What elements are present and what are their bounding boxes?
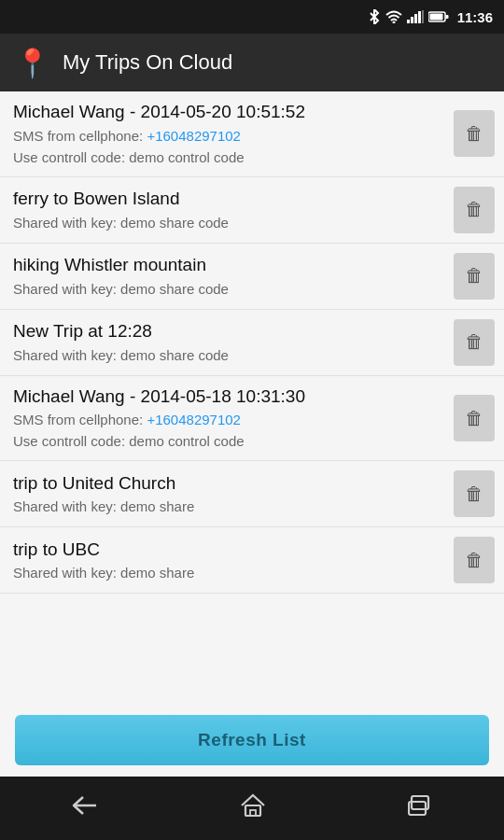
list-item-content: trip to United Church Shared with key: d… bbox=[13, 472, 454, 517]
trash-icon: 🗑 bbox=[465, 550, 483, 571]
item-title: Michael Wang - 2014-05-20 10:51:52 bbox=[13, 101, 444, 124]
item-title: trip to United Church bbox=[13, 472, 444, 496]
status-icons: 11:36 bbox=[368, 9, 493, 25]
list-item: hiking Whistler mountain Shared with key… bbox=[0, 244, 504, 310]
list-item-content: hiking Whistler mountain Shared with key… bbox=[13, 254, 454, 299]
delete-button[interactable]: 🗑 bbox=[454, 319, 495, 366]
delete-button[interactable]: 🗑 bbox=[454, 187, 495, 233]
home-icon bbox=[241, 793, 265, 818]
app-bar: 📍 My Trips On Cloud bbox=[0, 34, 504, 91]
delete-button[interactable]: 🗑 bbox=[454, 253, 495, 300]
trip-list: Michael Wang - 2014-05-20 10:51:52 SMS f… bbox=[0, 91, 504, 704]
item-title: trip to UBC bbox=[13, 539, 444, 562]
item-subtitle2: Use controll code: demo control code bbox=[13, 431, 444, 451]
svg-rect-3 bbox=[414, 14, 417, 23]
phone-number: +16048297102 bbox=[147, 412, 241, 427]
trash-icon: 🗑 bbox=[465, 408, 483, 429]
item-title: New Trip at 12:28 bbox=[13, 320, 444, 343]
item-subtitle: Shared with key: demo share code bbox=[13, 345, 444, 365]
list-item-content: New Trip at 12:28 Shared with key: demo … bbox=[13, 320, 454, 365]
svg-rect-1 bbox=[407, 20, 410, 23]
back-button[interactable] bbox=[53, 786, 117, 831]
svg-rect-4 bbox=[418, 11, 421, 23]
delete-button[interactable]: 🗑 bbox=[454, 110, 495, 157]
item-subtitle: Shared with key: demo share bbox=[13, 497, 444, 516]
list-item-content: ferry to Bowen Island Shared with key: d… bbox=[13, 188, 454, 232]
svg-rect-7 bbox=[445, 15, 448, 19]
status-time: 11:36 bbox=[457, 9, 493, 25]
signal-icon bbox=[407, 10, 424, 23]
trash-icon: 🗑 bbox=[465, 265, 483, 287]
item-subtitle: Shared with key: demo share code bbox=[13, 213, 444, 232]
delete-button[interactable]: 🗑 bbox=[454, 537, 495, 583]
item-subtitle: Shared with key: demo share code bbox=[13, 279, 444, 299]
bluetooth-icon bbox=[368, 9, 381, 24]
refresh-button[interactable]: Refresh List bbox=[15, 715, 489, 765]
item-subtitle2: Use controll code: demo control code bbox=[13, 147, 444, 167]
item-subtitle: Shared with key: demo share bbox=[13, 563, 444, 582]
list-item: Michael Wang - 2014-05-20 10:51:52 SMS f… bbox=[0, 91, 504, 177]
delete-button[interactable]: 🗑 bbox=[454, 395, 495, 441]
svg-point-0 bbox=[392, 21, 395, 24]
recent-apps-button[interactable] bbox=[389, 786, 451, 831]
list-item: New Trip at 12:28 Shared with key: demo … bbox=[0, 310, 504, 376]
list-item: trip to UBC Shared with key: demo share … bbox=[0, 527, 504, 594]
item-title: hiking Whistler mountain bbox=[13, 254, 444, 277]
trash-icon: 🗑 bbox=[465, 483, 483, 505]
recent-icon bbox=[408, 795, 432, 816]
phone-number: +16048297102 bbox=[147, 128, 241, 144]
list-item-content: Michael Wang - 2014-05-20 10:51:52 SMS f… bbox=[13, 101, 454, 167]
list-item-content: Michael Wang - 2014-05-18 10:31:30 SMS f… bbox=[13, 385, 454, 452]
item-title: Michael Wang - 2014-05-18 10:31:30 bbox=[13, 385, 444, 409]
list-item-content: trip to UBC Shared with key: demo share bbox=[13, 539, 454, 583]
svg-rect-2 bbox=[411, 17, 413, 23]
location-icon: 📍 bbox=[15, 47, 49, 79]
item-title: ferry to Bowen Island bbox=[13, 188, 444, 211]
bottom-button-area: Refresh List bbox=[0, 704, 504, 777]
status-bar: 11:36 bbox=[0, 0, 504, 34]
item-subtitle: SMS from cellphone: +16048297102 bbox=[13, 126, 444, 146]
trash-icon: 🗑 bbox=[465, 331, 483, 353]
svg-rect-5 bbox=[422, 10, 424, 23]
battery-icon bbox=[428, 11, 449, 22]
list-item: Michael Wang - 2014-05-18 10:31:30 SMS f… bbox=[0, 376, 504, 462]
app-bar-title: My Trips On Cloud bbox=[63, 50, 232, 75]
wifi-icon bbox=[385, 10, 402, 23]
nav-bar bbox=[0, 777, 504, 840]
svg-rect-8 bbox=[429, 14, 442, 21]
list-item: ferry to Bowen Island Shared with key: d… bbox=[0, 177, 504, 244]
trash-icon: 🗑 bbox=[465, 199, 483, 220]
delete-button[interactable]: 🗑 bbox=[454, 470, 495, 517]
list-item: trip to United Church Shared with key: d… bbox=[0, 461, 504, 527]
home-button[interactable] bbox=[222, 784, 284, 833]
trash-icon: 🗑 bbox=[465, 123, 483, 145]
back-icon bbox=[72, 795, 98, 816]
item-subtitle: SMS from cellphone: +16048297102 bbox=[13, 410, 444, 429]
